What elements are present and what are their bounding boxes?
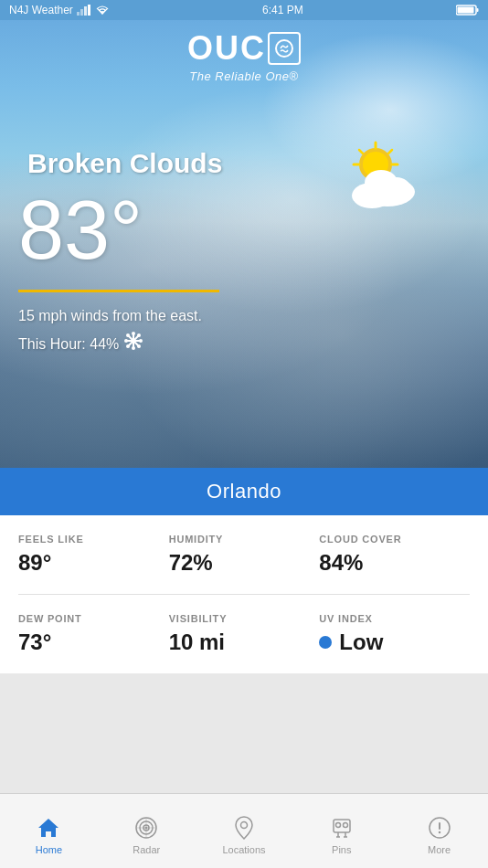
- dew-point-item: DEW POINT 73°: [18, 613, 169, 655]
- svg-point-25: [132, 332, 135, 335]
- svg-point-31: [137, 333, 141, 337]
- feels-like-label: FEELS LIKE: [18, 534, 169, 545]
- svg-point-40: [240, 821, 247, 828]
- tab-bar: Home Radar Locations: [0, 793, 488, 868]
- svg-marker-33: [38, 819, 58, 837]
- dew-point-value: 73°: [18, 630, 169, 655]
- uv-index-item: UV INDEX Low: [319, 613, 470, 655]
- svg-point-29: [126, 333, 130, 337]
- tab-radar[interactable]: Radar: [98, 794, 196, 868]
- uv-dot: [319, 636, 332, 649]
- svg-point-42: [335, 822, 340, 827]
- wind-info: 15 mph winds from the east. This Hour: 4…: [18, 303, 202, 359]
- partly-cloudy-icon: [337, 139, 424, 212]
- battery-icon: [456, 5, 479, 16]
- svg-rect-1: [80, 9, 83, 16]
- svg-point-7: [276, 40, 292, 57]
- signal-icon: [77, 5, 91, 16]
- svg-line-16: [388, 150, 392, 153]
- condition-label: Broken Clouds: [27, 148, 222, 179]
- this-hour-text: This Hour: 44%: [18, 332, 119, 358]
- tab-home[interactable]: Home: [0, 794, 98, 868]
- details-row-2: DEW POINT 73° VISIBILITY 10 mi UV INDEX …: [18, 595, 470, 673]
- cloud-cover-value: 84%: [319, 550, 470, 576]
- weather-hero: OUC The Reliable One®: [0, 20, 488, 468]
- home-icon: [36, 815, 61, 841]
- svg-rect-2: [84, 6, 87, 16]
- status-bar: N4J Weather 6:41 PM: [0, 0, 488, 20]
- svg-rect-5: [476, 8, 478, 12]
- svg-point-32: [126, 344, 130, 348]
- precip-icon: [124, 330, 143, 359]
- weather-icon-container: [337, 139, 424, 216]
- logo-box: OUC: [187, 29, 301, 68]
- more-icon: [427, 815, 452, 841]
- feels-like-item: FEELS LIKE 89°: [18, 534, 169, 576]
- tagline: The Reliable One®: [189, 69, 298, 83]
- pins-icon: [329, 815, 355, 841]
- humidity-item: HUMIDITY 72%: [169, 534, 320, 576]
- svg-line-14: [359, 150, 363, 153]
- tab-pins-label: Pins: [332, 844, 351, 855]
- humidity-label: HUMIDITY: [169, 534, 320, 545]
- city-bar[interactable]: Orlando: [0, 468, 488, 515]
- uv-index-label: UV INDEX: [319, 613, 470, 624]
- humidity-value: 72%: [169, 550, 320, 576]
- logo-area: OUC The Reliable One®: [0, 29, 488, 83]
- yellow-divider: [18, 290, 219, 292]
- svg-rect-0: [77, 12, 80, 16]
- uv-index-text: Low: [339, 630, 383, 655]
- radar-icon: [133, 815, 159, 841]
- status-right: [456, 5, 479, 16]
- feels-like-value: 89°: [18, 550, 169, 576]
- ouc-logo-text: OUC: [187, 29, 266, 68]
- tab-locations[interactable]: Locations: [196, 794, 293, 868]
- clock: 6:41 PM: [262, 4, 303, 16]
- tab-pins[interactable]: Pins: [292, 794, 390, 868]
- tab-locations-label: Locations: [222, 844, 265, 855]
- visibility-label: VISIBILITY: [169, 613, 320, 624]
- precip-line: This Hour: 44%: [18, 330, 202, 359]
- dew-point-label: DEW POINT: [18, 613, 169, 624]
- tab-radar-label: Radar: [133, 844, 160, 855]
- svg-point-43: [343, 822, 347, 827]
- svg-point-30: [137, 344, 141, 348]
- svg-point-26: [132, 346, 135, 350]
- status-left: N4J Weather: [9, 4, 110, 16]
- svg-point-20: [383, 177, 410, 199]
- locations-icon: [231, 815, 257, 841]
- svg-rect-6: [457, 7, 473, 14]
- tab-more-label: More: [428, 844, 451, 855]
- cloud-cover-label: CLOUD COVER: [319, 534, 470, 545]
- svg-rect-3: [88, 5, 90, 16]
- carrier-text: N4J Weather: [9, 4, 73, 16]
- temperature-display: 83°: [18, 189, 143, 271]
- uv-index-value: Low: [319, 630, 470, 655]
- tab-home-label: Home: [36, 844, 62, 855]
- svg-point-27: [124, 339, 128, 343]
- wind-speed-text: 15 mph winds from the east.: [18, 303, 202, 330]
- details-row-1: FEELS LIKE 89° HUMIDITY 72% CLOUD COVER …: [18, 515, 470, 595]
- visibility-value: 10 mi: [169, 630, 320, 655]
- tab-more[interactable]: More: [390, 794, 488, 868]
- svg-point-28: [139, 339, 143, 343]
- details-card: FEELS LIKE 89° HUMIDITY 72% CLOUD COVER …: [0, 515, 488, 673]
- ouc-logo-icon: [268, 32, 301, 65]
- visibility-item: VISIBILITY 10 mi: [169, 613, 320, 655]
- cloud-cover-item: CLOUD COVER 84%: [319, 534, 470, 576]
- wifi-icon: [95, 5, 110, 16]
- city-name: Orlando: [207, 480, 281, 503]
